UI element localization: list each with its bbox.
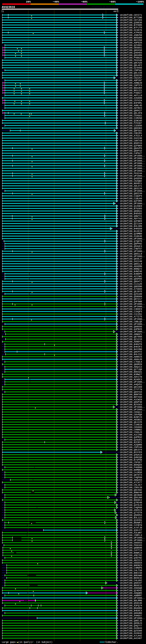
- svg-text:UniRef100_B6K8C2: UniRef100_B6K8C2: [120, 499, 142, 502]
- svg-text:UniRef100_C6TJD3: UniRef100_C6TJD3: [120, 19, 142, 22]
- svg-text:UniRef100_B4DVD2: UniRef100_B4DVD2: [120, 212, 142, 215]
- svg-text:UniRef100_C5GGJ3: UniRef100_C5GGJ3: [120, 431, 142, 434]
- svg-text:UniRef100_Q6J0Y5: UniRef100_Q6J0Y5: [120, 290, 142, 293]
- svg-text:UniRef100_Q4Y0J3: UniRef100_Q4Y0J3: [120, 504, 142, 506]
- svg-text:UniRef100_UPI000..: UniRef100_UPI000..: [120, 406, 145, 408]
- svg-text:UniRef100_UPI000..: UniRef100_UPI000..: [120, 170, 145, 172]
- svg-text:UniRef100_O96653: UniRef100_O96653: [120, 542, 142, 544]
- svg-text:UniRef100_A9NWJ9: UniRef100_A9NWJ9: [120, 82, 142, 84]
- svg-text:UniRef100_P49026: UniRef100_P49026: [120, 57, 142, 59]
- svg-text:UniRef100_C5KVJ9: UniRef100_C5KVJ9: [120, 486, 142, 489]
- svg-text:~40%: ~40%: [53, 0, 59, 4]
- svg-text:UniRef100_O42249: UniRef100_O42249: [120, 260, 142, 263]
- svg-text:UniRef100_Q29MB0: UniRef100_Q29MB0: [120, 232, 142, 235]
- svg-text:UniRef100_Q2F5M4: UniRef100_Q2F5M4: [120, 200, 142, 202]
- svg-text:UniRef100_C1E856: UniRef100_C1E856: [120, 124, 142, 127]
- svg-text:UniRef100_Q9C4Z6: UniRef100_Q9C4Z6: [120, 62, 142, 64]
- svg-text:UniRef100_Q4F6W9: UniRef100_Q4F6W9: [120, 300, 142, 303]
- svg-text:UniRef100_B7SP58: UniRef100_B7SP58: [120, 459, 142, 461]
- svg-text:UniRef100_B4KUT6: UniRef100_B4KUT6: [120, 343, 142, 346]
- svg-text:UniRef100_Q60FS2: UniRef100_Q60FS2: [120, 150, 142, 152]
- svg-text:UniRef100_C1BZP4: UniRef100_C1BZP4: [120, 195, 142, 198]
- svg-text:UniRef100_C5L3C7: UniRef100_C5L3C7: [120, 484, 142, 486]
- svg-text:UniRef100_A2Q9R8: UniRef100_A2Q9R8: [120, 444, 142, 446]
- svg-text:UniRef100_Q8LAF2: UniRef100_Q8LAF2: [120, 64, 142, 67]
- svg-text:UniRef100_Q8IBA0: UniRef100_Q8IBA0: [120, 494, 142, 496]
- svg-text:UniRef100_A9TLL0: UniRef100_A9TLL0: [120, 94, 142, 97]
- svg-text:UniRef100_A5E792: UniRef100_A5E792: [120, 554, 142, 557]
- svg-text:UniRef100_Q0UP30: UniRef100_Q0UP30: [120, 401, 142, 404]
- svg-text:~100%: ~100%: [136, 0, 144, 4]
- svg-text:UniRef100_Q9U4Y2: UniRef100_Q9U4Y2: [120, 351, 142, 353]
- svg-text:UniRef100_Q4SDS8: UniRef100_Q4SDS8: [120, 177, 142, 180]
- svg-text:UniRef100_Q6EEB0: UniRef100_Q6EEB0: [120, 285, 142, 288]
- svg-text:UniRef100_Q1WLW3: UniRef100_Q1WLW3: [120, 120, 142, 122]
- svg-text:UniRef100_Q4DTN2: UniRef100_Q4DTN2: [120, 557, 142, 559]
- svg-text:UniRef100_C5MTW1: UniRef100_C5MTW1: [120, 69, 142, 72]
- svg-text:UniRef100_A7S9A5: UniRef100_A7S9A5: [120, 288, 142, 290]
- svg-text:UniRef100_UPI000..: UniRef100_UPI000..: [120, 303, 145, 306]
- svg-text:UniRef100_Q6C592: UniRef100_Q6C592: [120, 489, 142, 492]
- svg-text:UniRef100_C5FEE7: UniRef100_C5FEE7: [120, 461, 142, 464]
- svg-text:UniRef100_C0Z2G7: UniRef100_C0Z2G7: [120, 77, 142, 79]
- svg-text:UniRef100_O65851: UniRef100_O65851: [120, 46, 142, 49]
- svg-text:UniRef100_A7PH35: UniRef100_A7PH35: [120, 32, 142, 34]
- svg-text:UniRef100_P63244: UniRef100_P63244: [120, 172, 142, 175]
- svg-text:UniRef100_Q5DCH7: UniRef100_Q5DCH7: [120, 582, 142, 584]
- svg-text:UniRef100_Q6VEJ7: UniRef100_Q6VEJ7: [120, 258, 142, 260]
- svg-text:UniRef100_B9WK13: UniRef100_B9WK13: [120, 552, 142, 554]
- svg-text:UniRef100_A9RL45: UniRef100_A9RL45: [120, 104, 142, 107]
- svg-text:AlignView.pm Beta rel.7: AlignView.pm Beta rel.7: [92, 6, 118, 8]
- svg-text:UniRef100_B4LSR9: UniRef100_B4LSR9: [120, 225, 142, 228]
- svg-text:UniRef100_P49027: UniRef100_P49027: [120, 92, 142, 94]
- svg-text:UniRef100_B4JEI0: UniRef100_B4JEI0: [120, 230, 142, 232]
- svg-text:UniRef100_Q9GUB0: UniRef100_Q9GUB0: [120, 612, 142, 614]
- svg-text:UniRef100_B6HQX5: UniRef100_B6HQX5: [120, 464, 142, 466]
- svg-text:UniRef100_UPI000..: UniRef100_UPI000..: [120, 175, 145, 177]
- svg-text:UniRef100_Q6L4F8: UniRef100_Q6L4F8: [120, 112, 142, 114]
- svg-text:UniRef100_Q25189: UniRef100_Q25189: [120, 293, 142, 296]
- svg-text:UniRef100_Q39336: UniRef100_Q39336: [120, 74, 142, 77]
- svg-text:UniRef100_C4QP68: UniRef100_C4QP68: [120, 506, 142, 509]
- svg-text:UniRef100_B0LRM8: UniRef100_B0LRM8: [120, 600, 142, 602]
- svg-text:UniRef100_A9TNV3: UniRef100_A9TNV3: [120, 107, 142, 110]
- svg-text:UniRef100_B0EIS0: UniRef100_B0EIS0: [120, 572, 142, 574]
- svg-text:UniRef100_Q4N2Q8: UniRef100_Q4N2Q8: [120, 456, 142, 459]
- svg-text:~80%: ~80%: [109, 0, 116, 4]
- svg-text:UniRef100_B7FJT0: UniRef100_B7FJT0: [120, 26, 142, 29]
- svg-text:UniRef100_O24456: UniRef100_O24456: [120, 67, 142, 69]
- svg-text:1: 1: [2, 10, 4, 13]
- svg-text:UniRef100_Q27JQ8: UniRef100_Q27JQ8: [120, 368, 142, 371]
- svg-text:UniRef100_Q9LV28: UniRef100_Q9LV28: [120, 72, 142, 74]
- svg-text:UniRef100_B2BF24: UniRef100_B2BF24: [120, 416, 142, 418]
- svg-text:UniRef100_UPI000..: UniRef100_UPI000..: [120, 408, 145, 411]
- svg-text:UniRef100_Q2GUD1: UniRef100_Q2GUD1: [120, 438, 142, 441]
- svg-text:UniRef100_P46800: UniRef100_P46800: [120, 466, 142, 469]
- svg-text:UniRef100_B4E0C3: UniRef100_B4E0C3: [120, 610, 142, 612]
- svg-text:UniRef100_Q86SB4: UniRef100_Q86SB4: [120, 127, 142, 130]
- svg-text:UniRef100_C4M6P6: UniRef100_C4M6P6: [120, 567, 142, 569]
- svg-text:UniRef100_C4JRS6: UniRef100_C4JRS6: [120, 471, 142, 474]
- svg-text:UniRef100_B0Y4S0: UniRef100_B0Y4S0: [120, 396, 142, 398]
- svg-text:UniRef100_C4YBT9: UniRef100_C4YBT9: [120, 524, 142, 526]
- svg-text:UniRef100_Q4PBV5: UniRef100_Q4PBV5: [120, 328, 142, 330]
- svg-text:UniRef100_Q0CSY4: UniRef100_Q0CSY4: [120, 449, 142, 451]
- svg-text:UniRef100_B4NZ46: UniRef100_B4NZ46: [120, 270, 142, 273]
- svg-text:UniRef100_UPI000..: UniRef100_UPI000..: [120, 238, 145, 240]
- svg-text:UniRef100_A5BV59: UniRef100_A5BV59: [120, 34, 142, 36]
- svg-text:UniRef100_C1BLK6: UniRef100_C1BLK6: [120, 198, 142, 200]
- svg-text:UniRef100_UPI000..: UniRef100_UPI000..: [120, 539, 145, 542]
- svg-text:UniRef100_A6SBS3: UniRef100_A6SBS3: [120, 418, 142, 421]
- svg-text:UniRef100_C3KHC5: UniRef100_C3KHC5: [120, 308, 142, 310]
- svg-text:UniRef100_C9E2R1: UniRef100_C9E2R1: [120, 132, 142, 134]
- svg-text:UniRef100_B2CNY1: UniRef100_B2CNY1: [120, 441, 142, 444]
- svg-text:UniRef100_Q58G69: UniRef100_Q58G69: [120, 296, 142, 298]
- svg-text:UniRef100_UPI000..: UniRef100_UPI000..: [120, 167, 145, 170]
- svg-text:UniRef100_A8N6I5: UniRef100_A8N6I5: [120, 356, 142, 358]
- svg-text:UniRef100_Q2FBK5: UniRef100_Q2FBK5: [120, 220, 142, 222]
- svg-text:UniRef100_Q25306: UniRef100_Q25306: [120, 630, 142, 632]
- svg-text:447: 447: [113, 10, 118, 13]
- svg-text:UniRef100_B8NT05: UniRef100_B8NT05: [120, 394, 142, 396]
- svg-text:UniRef100_Q8T6T3: UniRef100_Q8T6T3: [120, 474, 142, 476]
- svg-text:UniRef100_Q08G56: UniRef100_Q08G56: [120, 326, 142, 328]
